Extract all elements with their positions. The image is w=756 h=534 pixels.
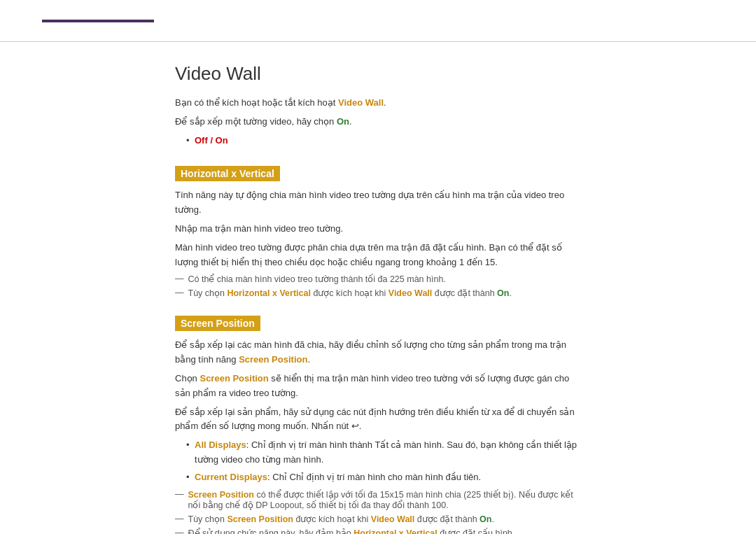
- top-bar-accent: [42, 20, 154, 22]
- intro-line2: Để sắp xếp một tường video, hãy chọn On.: [175, 115, 581, 129]
- note-sp1: Screen Position có thể được thiết lập vớ…: [175, 489, 581, 510]
- section-sp-p2: Chọn Screen Position sẽ hiển thị ma trận…: [175, 372, 581, 401]
- top-bar: [0, 0, 756, 42]
- screen-pos-bullets: All Displays: Chỉ định vị trí màn hình t…: [175, 438, 581, 484]
- section-heading-screenpos: Screen Position: [175, 316, 260, 331]
- note-hv2: Tùy chọn Horizontal x Vertical được kích…: [175, 288, 581, 298]
- section-heading-horizontal: Horizontal x Vertical: [175, 166, 280, 181]
- section-hvp3: Màn hình video treo tường được phân chia…: [175, 241, 581, 270]
- main-content: Video Wall Bạn có thể kích hoạt hoặc tắt…: [0, 42, 756, 534]
- list-item: Current Displays: Chỉ Chỉ định vị trí mà…: [186, 470, 581, 485]
- note-sp2: Tùy chọn Screen Position được kích hoạt …: [175, 514, 581, 524]
- section-sp-p1: Để sắp xếp lại các màn hình đã chia, hãy…: [175, 338, 581, 367]
- list-item: All Displays: Chỉ định vị trí màn hình t…: [186, 438, 581, 468]
- section-hvp1: Tính năng này tự động chia màn hình vide…: [175, 188, 581, 218]
- list-item: Off / On: [186, 134, 581, 148]
- page-title: Video Wall: [175, 63, 581, 85]
- intro-bullets: Off / On: [175, 134, 581, 148]
- section-hvp2: Nhập ma trận màn hình video treo tường.: [175, 222, 581, 237]
- section-sp-p3: Để sắp xếp lại sản phẩm, hãy sử dụng các…: [175, 405, 581, 435]
- intro-line1: Bạn có thể kích hoạt hoặc tắt kích hoạt …: [175, 96, 581, 111]
- note-sp3: Để sử dụng chức năng này, hãy đảm bảo Ho…: [175, 528, 581, 534]
- note-hv1: Có thể chia màn hình video treo tường th…: [175, 274, 581, 284]
